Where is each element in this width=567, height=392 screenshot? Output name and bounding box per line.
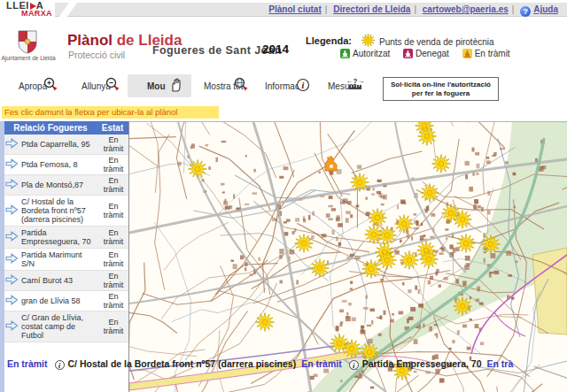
link-separator: | (325, 4, 328, 14)
info-circle-icon[interactable]: i (349, 360, 359, 370)
table-header: Relació Fogueres Estat (4, 121, 128, 135)
legend-status-label: Autoritzat (353, 49, 390, 58)
locate-arrow-icon[interactable] (5, 138, 19, 150)
locate-arrow-icon[interactable] (5, 179, 19, 191)
measure-icon[interactable]: ←?→ (347, 76, 363, 92)
table-row: Ptda Femosa, 8 En tràmit (4, 155, 128, 175)
status-value: En tràmit (7, 358, 48, 369)
request-authorization-button[interactable]: Sol·licita on-line l'autorització per fe… (383, 77, 499, 101)
table-row: Pla de Montsó,87 En tràmit (4, 175, 128, 196)
pan-button[interactable]: Mou (147, 81, 166, 91)
status-foguera-name: C/ Hostal de la Bordeta front nº57 (darr… (68, 358, 297, 369)
foguera-status: En tràmit (98, 201, 128, 220)
page-subtitle: Protecció civil (68, 50, 125, 60)
link-directori-lleida[interactable]: Directori de Lleida (333, 4, 410, 14)
top-link-bar: Plànol ciutat| Directori de Lleida| cart… (55, 3, 567, 17)
locate-arrow-icon[interactable] (5, 231, 19, 243)
locate-hint-bar: Fes clic damunt la fletxa per ubicar-la … (2, 106, 219, 119)
svg-text:←?→: ←?→ (347, 77, 363, 85)
foguera-name: Partida Empresseguera, 70 (20, 227, 98, 248)
foguera-status: En tràmit (98, 227, 128, 247)
link-planol-ciutat[interactable]: Plànol ciutat (268, 4, 321, 14)
svg-text:i: i (302, 81, 305, 90)
locate-arrow-icon[interactable] (5, 204, 19, 217)
foguera-name: C/ Gran de Llívia, costat camp de Futbol (20, 311, 98, 342)
table-row: Ptda Caparrella, 95 En tràmit (4, 135, 128, 155)
org-name: Ajuntament de Lleida (0, 55, 57, 61)
zoom-extent-icon[interactable] (233, 76, 249, 92)
info-circle-icon[interactable]: i (55, 360, 65, 370)
foguera-name: Pla de Montsó,87 (20, 179, 98, 191)
table-row: Camí Burot 43 En tràmit (4, 271, 128, 291)
table-row: gran de Llívia 58 En tràmit (4, 291, 128, 311)
lleida-marxa-logo[interactable]: LLEIA MARXA (6, 2, 52, 18)
column-header-relacio: Relació Fogueres (4, 121, 97, 135)
locate-arrow-icon[interactable] (5, 158, 19, 171)
map-status-line: En tràmitiC/ Hostal de la Bordeta front … (7, 358, 563, 373)
event-year: 2014 (262, 42, 289, 56)
foguera-name: Ptda Caparrella, 95 (20, 138, 98, 150)
legend-status-label: En tràmit (475, 49, 510, 58)
legend-pyro-label: Punts de venda de pirotècnia (379, 37, 494, 47)
foguera-name: Partida Marimunt S/N (20, 249, 98, 270)
foguera-status: En tràmit (98, 271, 128, 290)
status-value: En trà (487, 358, 514, 369)
link-separator: | (414, 4, 416, 14)
table-row: C/ Gran de Llívia, costat camp de Futbol… (4, 311, 128, 342)
column-header-estat: Estat (97, 121, 128, 135)
app-window: Plànol ciutat| Directori de Lleida| cart… (0, 0, 567, 392)
map-canvas[interactable] (128, 121, 567, 392)
foguera-status: En tràmit (98, 155, 128, 174)
foguera-status: En tràmit (98, 317, 128, 336)
status-value: En tràmit (301, 358, 342, 369)
foguera-name: gran de Llívia 58 (20, 295, 98, 307)
link-separator: | (512, 4, 515, 14)
foguera-status: En tràmit (98, 250, 128, 269)
locate-arrow-icon[interactable] (5, 274, 19, 287)
legend-label: Llegenda: (306, 35, 352, 46)
foguera-status: En tràmit (98, 175, 128, 195)
logo-slash-decoration (58, 1, 79, 19)
table-rows: Ptda Caparrella, 95 En tràmit Ptda Femos… (4, 135, 128, 342)
denied-bonfire-icon (403, 49, 413, 58)
legend-statuses: Autoritzat Denegat En tràmit (340, 49, 521, 60)
authorized-bonfire-icon (340, 49, 350, 58)
table-row: Partida Empresseguera, 70 En tràmit (4, 227, 128, 249)
info-icon[interactable]: i (295, 77, 311, 93)
locate-arrow-icon[interactable] (5, 320, 19, 333)
fogueres-table: Relació Fogueres Estat Ptda Caparrella, … (4, 121, 128, 342)
top-links: Plànol ciutat| Directori de Lleida| cart… (268, 3, 558, 17)
logo-subtext: MARXA (21, 10, 52, 18)
zoom-out-icon[interactable] (105, 76, 120, 92)
link-cartoweb-email[interactable]: cartoweb@paeria.es (423, 4, 509, 14)
foguera-status: En tràmit (98, 291, 128, 311)
link-ajuda[interactable]: Ajuda (533, 4, 558, 14)
table-row: C/ Hostal de la Bordeta front nº57 (darr… (4, 196, 128, 227)
city-map[interactable] (129, 122, 567, 392)
city-coat-of-arms (16, 29, 39, 58)
pan-hand-icon[interactable] (168, 77, 184, 93)
pyrotechnics-sun-icon (361, 33, 376, 48)
locate-arrow-icon[interactable] (5, 253, 19, 265)
pending-bonfire-icon (462, 49, 472, 58)
status-foguera-name: Partida Empresseguera, 70 (362, 358, 482, 369)
foguera-status: En tràmit (98, 135, 128, 154)
foguera-name: C/ Hostal de la Bordeta front nº57 (darr… (20, 196, 98, 226)
help-question-icon[interactable]: ? (520, 6, 531, 17)
zoom-in-icon[interactable] (43, 76, 58, 92)
table-row: Partida Marimunt S/N En tràmit (4, 249, 128, 271)
legend-status-label: Denegat (416, 49, 449, 58)
foguera-name: Ptda Femosa, 8 (20, 158, 98, 171)
locate-arrow-icon[interactable] (5, 295, 19, 307)
foguera-name: Camí Burot 43 (20, 274, 98, 287)
pyrotechnics-marker[interactable] (361, 34, 375, 47)
